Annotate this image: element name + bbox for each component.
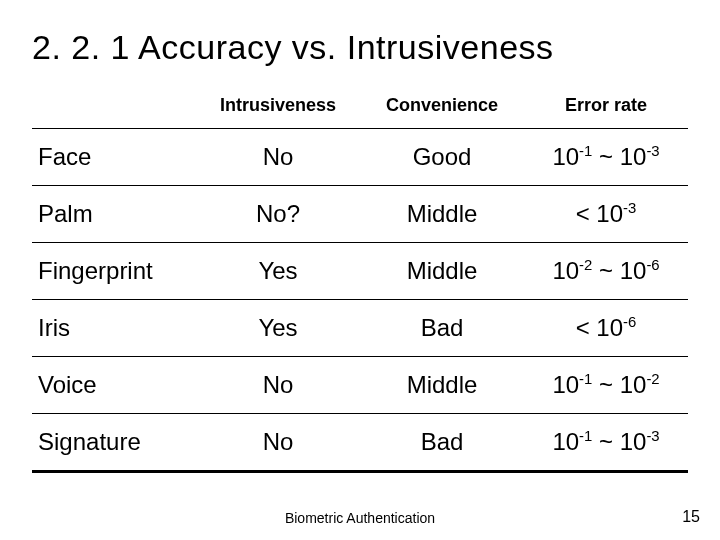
row-intrusiveness: No? xyxy=(196,186,360,243)
row-intrusiveness: No xyxy=(196,414,360,472)
row-error-rate: 10-1 ~ 10-3 xyxy=(524,414,688,472)
row-intrusiveness: Yes xyxy=(196,300,360,357)
row-error-rate: < 10-6 xyxy=(524,300,688,357)
row-convenience: Middle xyxy=(360,186,524,243)
row-intrusiveness: No xyxy=(196,129,360,186)
row-name: Palm xyxy=(32,186,196,243)
table-row: Signature No Bad 10-1 ~ 10-3 xyxy=(32,414,688,472)
footer-text: Biometric Authentication xyxy=(0,510,720,526)
row-name: Fingerprint xyxy=(32,243,196,300)
row-convenience: Bad xyxy=(360,300,524,357)
table-header-row: Intrusiveness Convenience Error rate xyxy=(32,85,688,129)
table-row: Iris Yes Bad < 10-6 xyxy=(32,300,688,357)
row-intrusiveness: Yes xyxy=(196,243,360,300)
table-row: Palm No? Middle < 10-3 xyxy=(32,186,688,243)
row-convenience: Middle xyxy=(360,357,524,414)
row-name: Signature xyxy=(32,414,196,472)
header-error-rate: Error rate xyxy=(524,85,688,129)
table-row: Face No Good 10-1 ~ 10-3 xyxy=(32,129,688,186)
page-title: 2. 2. 1 Accuracy vs. Intrusiveness xyxy=(32,28,688,67)
table-row: Voice No Middle 10-1 ~ 10-2 xyxy=(32,357,688,414)
slide: 2. 2. 1 Accuracy vs. Intrusiveness Intru… xyxy=(0,0,720,540)
header-intrusiveness: Intrusiveness xyxy=(196,85,360,129)
row-convenience: Middle xyxy=(360,243,524,300)
row-error-rate: 10-1 ~ 10-2 xyxy=(524,357,688,414)
row-name: Face xyxy=(32,129,196,186)
header-convenience: Convenience xyxy=(360,85,524,129)
comparison-table: Intrusiveness Convenience Error rate Fac… xyxy=(32,85,688,473)
row-convenience: Good xyxy=(360,129,524,186)
row-error-rate: 10-1 ~ 10-3 xyxy=(524,129,688,186)
row-intrusiveness: No xyxy=(196,357,360,414)
row-name: Iris xyxy=(32,300,196,357)
header-stub xyxy=(32,85,196,129)
row-error-rate: < 10-3 xyxy=(524,186,688,243)
row-error-rate: 10-2 ~ 10-6 xyxy=(524,243,688,300)
row-name: Voice xyxy=(32,357,196,414)
table-row: Fingerprint Yes Middle 10-2 ~ 10-6 xyxy=(32,243,688,300)
row-convenience: Bad xyxy=(360,414,524,472)
page-number: 15 xyxy=(682,508,700,526)
